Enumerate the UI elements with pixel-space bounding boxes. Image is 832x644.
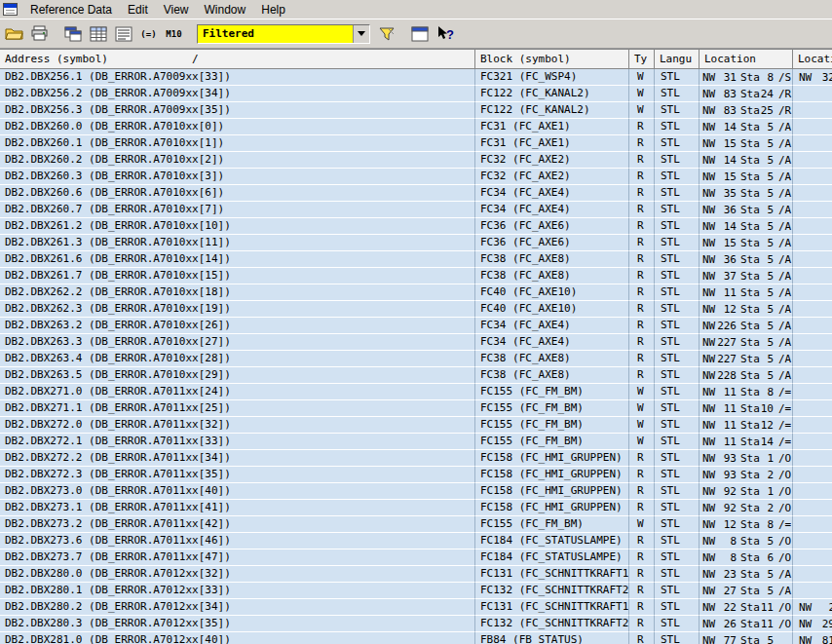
network-value: 15: [717, 170, 737, 184]
address-cell: DB2.DBX261.2 (DB_ERROR.A7010xx[10]): [0, 218, 475, 235]
menu-edit[interactable]: Edit: [120, 1, 156, 19]
block-cell: FC38 (FC_AXE8): [475, 251, 629, 268]
menu-reference-data[interactable]: Reference Data: [22, 1, 120, 19]
location2-cell: NW 2: [793, 599, 832, 616]
menu-help[interactable]: Help: [253, 1, 293, 19]
table-row[interactable]: DB2.DBX272.2 (DB_ERROR.A7011xx[34]) FC15…: [0, 450, 832, 467]
statement-label: Sta: [740, 153, 760, 168]
table-row[interactable]: DB2.DBX272.0 (DB_ERROR.A7011xx[32]) FC15…: [0, 417, 832, 434]
table-row[interactable]: DB2.DBX260.1 (DB_ERROR.A7010xx[1]) FC31 …: [0, 135, 832, 152]
table-row[interactable]: DB2.DBX272.1 (DB_ERROR.A7011xx[33]) FC15…: [0, 434, 832, 450]
language-cell: STL: [655, 135, 700, 152]
column-header-block[interactable]: Block (symbol): [475, 49, 629, 69]
language-cell: STL: [655, 434, 700, 450]
table-row[interactable]: DB2.DBX280.3 (DB_ERROR.A7012xx[35]) FC13…: [0, 616, 832, 632]
table-row[interactable]: DB2.DBX263.2 (DB_ERROR.A7010xx[26]) FC34…: [0, 318, 832, 334]
unused-symbols-view-button[interactable]: (=): [136, 23, 161, 45]
language-cell: STL: [655, 86, 700, 102]
language-cell: STL: [655, 384, 700, 400]
address-cell: DB2.DBX260.6 (DB_ERROR.A7010xx[6]): [0, 185, 475, 202]
table-row[interactable]: DB2.DBX260.7 (DB_ERROR.A7010xx[7]) FC34 …: [0, 202, 832, 218]
table-row[interactable]: DB2.DBX273.2 (DB_ERROR.A7011xx[42]) FC15…: [0, 516, 832, 533]
column-header-type[interactable]: Ty: [629, 49, 655, 69]
filter-dropdown-button[interactable]: [353, 25, 369, 43]
table-row[interactable]: DB2.DBX262.3 (DB_ERROR.A7010xx[19]) FC40…: [0, 301, 832, 318]
operation-value: /A: [778, 136, 791, 151]
filter-settings-button[interactable]: [374, 23, 398, 45]
svg-text:?: ?: [446, 27, 454, 42]
block-cell: FC34 (FC_AXE4): [475, 334, 629, 351]
table-row[interactable]: DB2.DBX273.1 (DB_ERROR.A7011xx[41]) FC15…: [0, 500, 832, 516]
type-cell: R: [629, 533, 655, 549]
column-header-language[interactable]: Langu: [655, 49, 700, 69]
menu-window[interactable]: Window: [197, 1, 254, 19]
network-label: NW: [702, 517, 717, 532]
table-row[interactable]: DB2.DBX256.2 (DB_ERROR.A7009xx[34]) FC12…: [0, 86, 832, 102]
column-header-location[interactable]: Location: [700, 49, 793, 69]
window-system-icon[interactable]: [3, 3, 18, 16]
location2-cell: [793, 218, 832, 235]
table-row[interactable]: DB2.DBX256.3 (DB_ERROR.A7009xx[35]) FC12…: [0, 102, 832, 119]
statement-value: 5: [760, 203, 774, 217]
table-row[interactable]: DB2.DBX263.4 (DB_ERROR.A7010xx[28]) FC38…: [0, 351, 832, 367]
table-row[interactable]: DB2.DBX261.6 (DB_ERROR.A7010xx[14]) FC38…: [0, 251, 832, 268]
menu-view[interactable]: View: [156, 1, 197, 19]
table-row[interactable]: DB2.DBX261.7 (DB_ERROR.A7010xx[15]) FC38…: [0, 268, 832, 284]
table-row[interactable]: DB2.DBX261.3 (DB_ERROR.A7010xx[11]) FC36…: [0, 235, 832, 251]
operation-value: /=: [778, 385, 791, 399]
type-cell: R: [629, 301, 655, 318]
type-cell: R: [629, 599, 655, 616]
table-row[interactable]: DB2.DBX271.0 (DB_ERROR.A7011xx[24]) FC15…: [0, 384, 832, 400]
network-value: 226: [717, 319, 737, 333]
block-cell: FC158 (FC_HMI_GRUPPEN): [475, 467, 629, 483]
table-row[interactable]: DB2.DBX256.1 (DB_ERROR.A7009xx[33]) FC32…: [0, 69, 832, 86]
table-row[interactable]: DB2.DBX280.1 (DB_ERROR.A7012xx[33]) FC13…: [0, 583, 832, 599]
table-row[interactable]: DB2.DBX260.6 (DB_ERROR.A7010xx[6]) FC34 …: [0, 185, 832, 202]
block-cell: FC40 (FC_AXE10): [475, 284, 629, 301]
table-row[interactable]: DB2.DBX261.2 (DB_ERROR.A7010xx[10]) FC36…: [0, 218, 832, 235]
address-cell: DB2.DBX272.0 (DB_ERROR.A7011xx[32]): [0, 417, 475, 434]
table-row[interactable]: DB2.DBX280.2 (DB_ERROR.A7012xx[34]) FC13…: [0, 599, 832, 616]
address-cell: DB2.DBX256.2 (DB_ERROR.A7009xx[34]): [0, 86, 475, 102]
table-row[interactable]: DB2.DBX260.2 (DB_ERROR.A7010xx[2]) FC32 …: [0, 152, 832, 169]
language-cell: STL: [655, 102, 700, 119]
window-icon: [411, 26, 429, 42]
table-row[interactable]: DB2.DBX273.6 (DB_ERROR.A7011xx[46]) FC18…: [0, 533, 832, 549]
table-row[interactable]: DB2.DBX273.7 (DB_ERROR.A7011xx[47]) FC18…: [0, 549, 832, 566]
location-cell: NW 15 Sta 5 /A: [700, 235, 793, 251]
location-cell: NW 11 Sta 5 /A: [700, 284, 793, 301]
type-cell: W: [629, 417, 655, 434]
filter-combobox[interactable]: Filtered: [197, 24, 370, 44]
table-row[interactable]: DB2.DBX281.0 (DB_ERROR.A7012xx[40]) FB84…: [0, 632, 832, 644]
address-cell: DB2.DBX260.1 (DB_ERROR.A7010xx[1]): [0, 135, 475, 152]
operation-value: /A: [778, 236, 791, 250]
context-help-button[interactable]: ?: [433, 23, 457, 45]
print-button[interactable]: [27, 23, 52, 45]
table-row[interactable]: DB2.DBX272.3 (DB_ERROR.A7011xx[35]) FC15…: [0, 467, 832, 483]
operation-value: /O: [778, 617, 791, 631]
new-window-button[interactable]: [407, 23, 432, 45]
type-cell: W: [629, 516, 655, 533]
table-row[interactable]: DB2.DBX273.0 (DB_ERROR.A7011xx[40]) FC15…: [0, 483, 832, 500]
address-cell: DB2.DBX273.6 (DB_ERROR.A7011xx[46]): [0, 533, 475, 549]
assignment-view-button[interactable]: [86, 23, 110, 45]
program-structure-view-button[interactable]: [111, 23, 135, 45]
addresses-without-symbol-view-button[interactable]: M10: [162, 23, 186, 45]
column-header-address[interactable]: Address (symbol) /: [0, 49, 475, 69]
open-button[interactable]: [2, 23, 26, 45]
column-header-location2[interactable]: Locati: [793, 49, 832, 69]
table-row[interactable]: DB2.DBX280.0 (DB_ERROR.A7012xx[32]) FC13…: [0, 566, 832, 583]
table-row[interactable]: DB2.DBX263.3 (DB_ERROR.A7010xx[27]) FC34…: [0, 334, 832, 351]
block-cell: FC32 (FC_AXE2): [475, 169, 629, 185]
block-cell: FC38 (FC_AXE8): [475, 268, 629, 284]
network2-value: 81: [813, 633, 832, 644]
table-row[interactable]: DB2.DBX260.0 (DB_ERROR.A7010xx[0]) FC31 …: [0, 119, 832, 135]
type-cell: R: [629, 169, 655, 185]
table-row[interactable]: DB2.DBX260.3 (DB_ERROR.A7010xx[3]) FC32 …: [0, 169, 832, 185]
table-row[interactable]: DB2.DBX262.2 (DB_ERROR.A7010xx[18]) FC40…: [0, 284, 832, 301]
table-row[interactable]: DB2.DBX271.1 (DB_ERROR.A7011xx[25]) FC15…: [0, 400, 832, 417]
table-row[interactable]: DB2.DBX263.5 (DB_ERROR.A7010xx[29]) FC38…: [0, 367, 832, 384]
language-cell: STL: [655, 69, 700, 86]
operation-value: /A: [778, 567, 791, 582]
cross-references-view-button[interactable]: [60, 23, 85, 45]
